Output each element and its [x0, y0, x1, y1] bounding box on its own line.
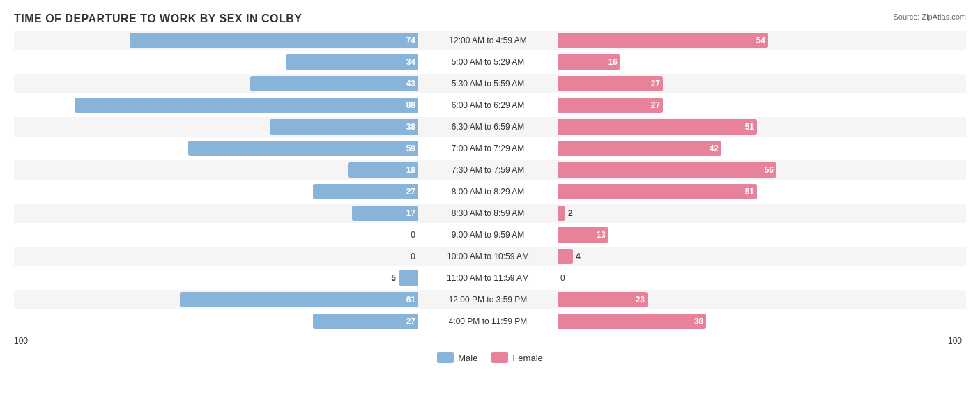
male-bar: 27 — [313, 314, 418, 329]
female-section: 4 — [558, 247, 962, 266]
female-bar: 38 — [558, 314, 706, 329]
female-value-zero: 0 — [560, 273, 565, 283]
male-section: 38 — [14, 117, 418, 137]
time-label: 12:00 AM to 4:59 AM — [418, 36, 558, 45]
female-section: 27 — [558, 95, 962, 115]
male-value: 43 — [406, 79, 415, 89]
male-bar: 5 — [399, 270, 418, 286]
male-value: 27 — [406, 187, 415, 197]
male-bar: 74 — [130, 33, 418, 48]
female-value: 27 — [651, 79, 660, 89]
female-value: 51 — [745, 122, 754, 132]
table-row: 7412:00 AM to 4:59 AM54 — [14, 31, 966, 50]
time-label: 5:30 AM to 5:59 AM — [418, 79, 558, 89]
time-label: 7:30 AM to 7:59 AM — [418, 165, 558, 175]
time-label: 6:00 AM to 6:29 AM — [418, 100, 558, 110]
male-bar: 17 — [352, 206, 418, 221]
source-text: Source: ZipAtlas.com — [893, 13, 966, 21]
bars-area: 7412:00 AM to 4:59 AM54345:00 AM to 5:29… — [14, 31, 966, 331]
female-section: 27 — [558, 74, 962, 93]
male-bar: 61 — [180, 292, 418, 307]
male-section: 0 — [14, 247, 418, 266]
male-section: 27 — [14, 182, 418, 201]
female-section: 2 — [558, 204, 962, 223]
female-value: 27 — [651, 100, 660, 110]
male-value: 38 — [406, 122, 415, 132]
chart-container: TIME OF DEPARTURE TO WORK BY SEX IN COLB… — [0, 0, 980, 384]
table-row: 09:00 AM to 9:59 AM13 — [14, 225, 966, 245]
male-section: 61 — [14, 290, 418, 309]
male-label: Male — [458, 353, 477, 363]
female-bar: 54 — [558, 33, 768, 48]
male-section: 17 — [14, 204, 418, 223]
table-row: 511:00 AM to 11:59 AM0 — [14, 268, 966, 288]
female-value: 13 — [597, 230, 606, 240]
male-value: 88 — [406, 100, 415, 110]
female-bar: 27 — [558, 76, 663, 91]
female-section: 23 — [558, 290, 962, 309]
time-label: 8:30 AM to 8:59 AM — [418, 208, 558, 218]
male-bar: 18 — [348, 162, 418, 178]
time-label: 5:00 AM to 5:29 AM — [418, 57, 558, 67]
male-value: 74 — [406, 36, 415, 45]
female-section: 16 — [558, 52, 962, 72]
male-section: 0 — [14, 225, 418, 245]
male-section: 18 — [14, 160, 418, 180]
female-label: Female — [512, 353, 542, 363]
table-row: 278:00 AM to 8:29 AM51 — [14, 182, 966, 201]
male-swatch — [437, 352, 454, 363]
male-section: 43 — [14, 74, 418, 93]
female-section: 42 — [558, 139, 962, 158]
table-row: 187:30 AM to 7:59 AM56 — [14, 160, 966, 180]
table-row: 010:00 AM to 10:59 AM4 — [14, 247, 966, 266]
male-bar: 27 — [313, 184, 418, 199]
time-label: 9:00 AM to 9:59 AM — [418, 230, 558, 240]
female-bar: 2 — [558, 206, 565, 221]
axis-right: 100 — [558, 336, 962, 346]
time-label: 6:30 AM to 6:59 AM — [418, 122, 558, 132]
time-label: 10:00 AM to 10:59 AM — [418, 252, 558, 261]
female-section: 38 — [558, 312, 962, 331]
female-value: 42 — [710, 144, 719, 153]
time-label: 7:00 AM to 7:29 AM — [418, 144, 558, 153]
male-value: 61 — [406, 295, 415, 305]
chart-title: TIME OF DEPARTURE TO WORK BY SEX IN COLB… — [14, 13, 966, 25]
male-section: 59 — [14, 139, 418, 158]
male-value: 59 — [406, 144, 415, 153]
female-value: 54 — [756, 36, 765, 45]
male-section: 5 — [14, 268, 418, 288]
legend-row: Male Female — [14, 352, 966, 363]
female-section: 56 — [558, 160, 962, 180]
legend-female: Female — [491, 352, 542, 363]
female-bar: 56 — [558, 162, 776, 178]
female-value: 2 — [568, 208, 573, 218]
female-value: 38 — [694, 316, 703, 326]
male-value: 17 — [406, 208, 415, 218]
time-label: 8:00 AM to 8:29 AM — [418, 187, 558, 197]
male-bar: 88 — [75, 98, 418, 113]
male-value: 27 — [406, 316, 415, 326]
female-section: 0 — [558, 268, 962, 288]
female-bar: 51 — [558, 119, 757, 135]
table-row: 597:00 AM to 7:29 AM42 — [14, 139, 966, 158]
axis-row: 100 100 — [14, 334, 966, 348]
table-row: 386:30 AM to 6:59 AM51 — [14, 117, 966, 137]
legend-male: Male — [437, 352, 477, 363]
female-bar: 16 — [558, 54, 620, 70]
female-bar: 27 — [558, 98, 663, 113]
male-section: 88 — [14, 95, 418, 115]
table-row: 886:00 AM to 6:29 AM27 — [14, 95, 966, 115]
female-value: 16 — [608, 57, 618, 67]
female-section: 51 — [558, 182, 962, 201]
male-value: 34 — [406, 57, 415, 67]
table-row: 6112:00 PM to 3:59 PM23 — [14, 290, 966, 309]
male-value-zero: 0 — [411, 230, 415, 240]
male-value-zero: 0 — [411, 252, 415, 261]
male-bar: 43 — [250, 76, 418, 91]
table-row: 435:30 AM to 5:59 AM27 — [14, 74, 966, 93]
male-bar: 59 — [188, 141, 418, 156]
male-value: 5 — [391, 273, 396, 283]
female-section: 51 — [558, 117, 962, 137]
male-bar: 38 — [270, 119, 418, 135]
time-label: 12:00 PM to 3:59 PM — [418, 295, 558, 305]
